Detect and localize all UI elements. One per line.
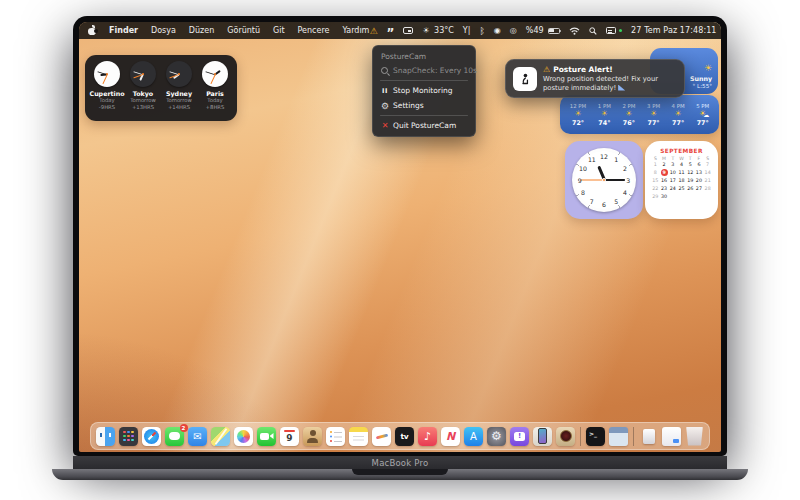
screen-mirroring-icon[interactable] — [403, 27, 413, 34]
calendar-date[interactable]: 1 — [651, 161, 660, 168]
world-clock-city: Cupertino Today -9HRS — [90, 61, 124, 110]
control-center-icon[interactable] — [606, 27, 623, 34]
user-circle-icon[interactable]: ◎ — [510, 26, 517, 35]
calendar-date[interactable]: 6 — [695, 161, 704, 168]
calendar-date[interactable]: 8 — [651, 169, 660, 176]
dock-trash-icon[interactable] — [685, 427, 704, 446]
dock-downloads-stack[interactable] — [639, 427, 658, 446]
dock-music-icon[interactable]: ♪ — [418, 427, 437, 446]
menu-bar-item[interactable]: Finder — [109, 26, 138, 35]
dock-feedback-icon[interactable]: ! — [510, 427, 529, 446]
dock-settings-icon[interactable]: ⚙ — [487, 427, 506, 446]
calendar-date[interactable]: 16 — [660, 177, 669, 184]
calendar-date[interactable]: 26 — [686, 185, 695, 192]
dock-contacts-icon[interactable] — [303, 427, 322, 446]
dock-messages-icon[interactable]: 2 — [165, 427, 184, 446]
status-green-dot — [619, 29, 623, 33]
record-icon[interactable]: ◉ — [494, 26, 501, 35]
menu-item[interactable]: SnapCheck: Every 10s — [376, 63, 472, 78]
dock-iphone-mirroring-icon[interactable] — [533, 427, 552, 446]
menu-item[interactable]: Settings — [376, 98, 472, 113]
wifi-icon[interactable] — [569, 27, 580, 35]
calendar-date[interactable]: 2 — [660, 161, 669, 168]
calendar-date[interactable]: 19 — [686, 177, 695, 184]
dock-separator[interactable] — [580, 427, 581, 446]
dock-launchpad-icon[interactable] — [119, 427, 138, 446]
apple-logo-icon[interactable] — [88, 26, 96, 35]
macbook-bezel: FinderDosyaDüzenGörüntüGitPencereYardım … — [73, 16, 727, 456]
world-clock-city: Tokyo Tomorrow +13HRS — [126, 61, 160, 110]
macbook-pro-label: MacBook Pro — [372, 458, 429, 468]
calendar-date[interactable]: 12 — [686, 169, 695, 176]
calendar-widget[interactable]: SEPTEMBER SMTWTFS 1234567891011121314151… — [645, 141, 718, 219]
calendar-date[interactable]: 7 — [703, 161, 712, 168]
battery-status-item[interactable]: %49 — [526, 26, 560, 35]
clock-widget[interactable]: 123456789101112 — [565, 141, 643, 219]
calendar-date[interactable]: 30 — [660, 193, 669, 200]
dock-notes-icon[interactable] — [349, 427, 368, 446]
menu-bar-item[interactable]: Yardım — [342, 26, 369, 35]
fork-knife-icon[interactable]: Y| — [463, 26, 471, 35]
calendar-date[interactable]: 4 — [677, 161, 686, 168]
calendar-date[interactable]: 10 — [668, 169, 677, 176]
calendar-date[interactable]: 24 — [668, 185, 677, 192]
dock-icon-glyph: ✉ — [193, 431, 201, 442]
menu-bar-clock[interactable]: 27 Tem Paz 17:48:11 — [631, 26, 716, 35]
dock-minimized-window[interactable] — [662, 427, 681, 446]
calendar-date[interactable]: 28 — [703, 185, 712, 192]
calendar-date[interactable]: 13 — [695, 169, 704, 176]
menu-bar-item[interactable]: Düzen — [189, 26, 214, 35]
dock-terminal-icon[interactable]: >_ — [586, 427, 605, 446]
menu-item-icon — [381, 87, 389, 95]
dock-news-icon[interactable]: N — [441, 427, 460, 446]
macbook-base — [52, 469, 748, 480]
menu-item[interactable]: Stop Monitoring — [376, 83, 472, 98]
dock-reminders-icon[interactable] — [326, 427, 345, 446]
calendar-date[interactable]: 22 — [651, 185, 660, 192]
forecast-hour: 2 PM ☀ 76° — [622, 103, 635, 127]
world-clock-widget[interactable]: Cupertino Today -9HRS Tokyo Tomorrow +13… — [85, 55, 237, 121]
dock-finder-window-thumbnail[interactable] — [609, 427, 628, 446]
menu-bar-item[interactable]: Dosya — [151, 26, 176, 35]
dock-freeform-icon[interactable] — [372, 427, 391, 446]
spotlight-icon[interactable] — [589, 27, 597, 35]
calendar-date[interactable]: 3 — [668, 161, 677, 168]
calendar-date[interactable]: 5 — [686, 161, 695, 168]
posturecam-menu-icon[interactable]: ” — [386, 26, 394, 36]
menu-item[interactable]: Quit PostureCam — [376, 118, 472, 133]
hourly-forecast-widget[interactable]: 12 PM ☀ 72° 1 PM ☀ 74° 2 PM ☀ 76° 3 — [560, 95, 719, 134]
calendar-date[interactable]: 21 — [703, 177, 712, 184]
dock-finder-icon[interactable] — [96, 427, 115, 446]
calendar-date[interactable]: 25 — [677, 185, 686, 192]
dock-calendar-icon[interactable]: 9 — [280, 427, 299, 446]
posture-warning-icon[interactable]: ⚠ — [369, 26, 377, 36]
calendar-date[interactable]: 11 — [677, 169, 686, 176]
calendar-date[interactable]: 29 — [651, 193, 660, 200]
weather-status-item[interactable]: ☀ 33°C — [422, 26, 453, 35]
menu-bar-item[interactable]: Git — [273, 26, 285, 35]
menu-item[interactable] — [380, 115, 468, 116]
dock-facetime-icon[interactable] — [257, 427, 276, 446]
dock-mail-icon[interactable]: ✉ — [188, 427, 207, 446]
calendar-date[interactable]: 18 — [677, 177, 686, 184]
calendar-date[interactable]: 20 — [695, 177, 704, 184]
dock-photos-icon[interactable] — [234, 427, 253, 446]
dock-separator[interactable] — [633, 427, 634, 446]
calendar-date[interactable]: 15 — [651, 177, 660, 184]
calendar-date[interactable]: 14 — [703, 169, 712, 176]
menu-item[interactable] — [380, 80, 468, 81]
bluetooth-icon[interactable]: ᛒ — [479, 26, 484, 36]
dock-posturecam-app-icon[interactable] — [556, 427, 575, 446]
dock-safari-icon[interactable] — [142, 427, 161, 446]
dock-appstore-icon[interactable]: A — [464, 427, 483, 446]
dock-maps-icon[interactable] — [211, 427, 230, 446]
dock-appletv-icon[interactable]: tv — [395, 427, 414, 446]
calendar-date[interactable]: 23 — [660, 185, 669, 192]
posture-alert-notification[interactable]: ⚠ Posture Alert! Wrong position detected… — [505, 59, 685, 98]
menu-bar-item[interactable]: Pencere — [298, 26, 330, 35]
calendar-date[interactable]: 27 — [695, 185, 704, 192]
calendar-date[interactable]: 17 — [668, 177, 677, 184]
menu-bar-item[interactable]: Görüntü — [227, 26, 260, 35]
posturecam-notification-icon — [513, 67, 537, 91]
calendar-date[interactable]: 9 — [661, 169, 668, 176]
